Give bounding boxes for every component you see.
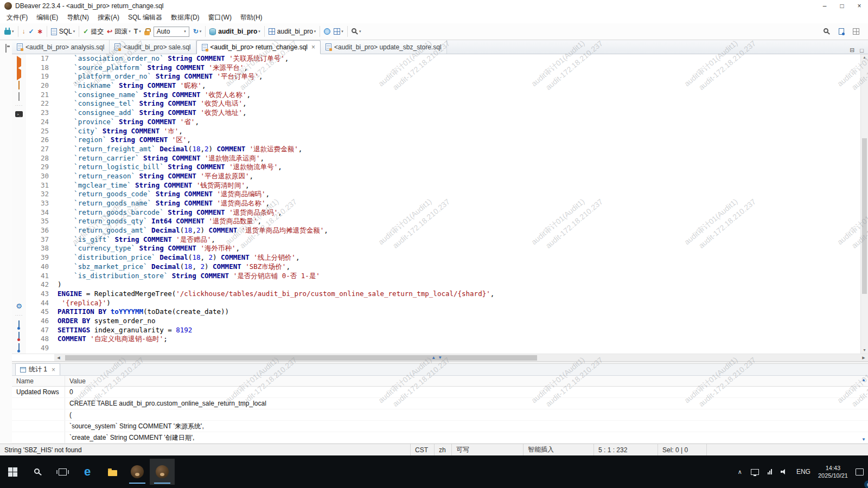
window-title: DBeaver 22.3.4 - <audit_bi_pro> return_c…	[15, 2, 164, 10]
scroll-up-icon[interactable]: ▲	[861, 54, 868, 61]
minimize-button[interactable]: –	[816, 0, 833, 12]
commit-mode-select[interactable]: Auto▾	[154, 27, 189, 37]
execute-script-icon	[17, 67, 21, 80]
history-button[interactable]: ↻▾	[192, 25, 203, 38]
output-button[interactable]	[18, 344, 20, 351]
table-row[interactable]: `create_date` String COMMENT '创建日期',	[12, 432, 868, 444]
editor-tab[interactable]: <audit_bi_pro> return_change.sql×	[196, 40, 321, 54]
menu-item[interactable]: 文件(F)	[2, 13, 32, 22]
language-indicator[interactable]: ENG	[792, 459, 815, 485]
error-log-button[interactable]	[18, 332, 20, 340]
network-tray-button[interactable]	[763, 459, 776, 485]
maximize-button[interactable]: □	[833, 0, 851, 12]
network-button[interactable]	[322, 25, 332, 38]
chevron-down-icon: ▾	[129, 29, 131, 34]
vscroll-thumb[interactable]	[862, 138, 867, 294]
commit-check-icon: ✓	[83, 28, 88, 35]
table-row[interactable]: Updated Rows0	[12, 387, 868, 398]
dbeaver-taskbar-button[interactable]	[125, 459, 150, 485]
search-button[interactable]: ▾	[350, 25, 363, 38]
fetch-button[interactable]: ↓	[21, 25, 27, 38]
hscroll-thumb[interactable]	[65, 355, 537, 361]
sql-editor-button[interactable]: SQL▾	[49, 25, 77, 38]
task-view-button[interactable]	[50, 459, 75, 485]
restore-view-icon	[5, 44, 7, 53]
mark-button[interactable]: ∗	[36, 25, 44, 38]
log-button[interactable]	[18, 321, 20, 329]
check-button[interactable]: ✓	[27, 25, 36, 38]
taskbar-search-button[interactable]	[25, 459, 50, 485]
commit-button[interactable]: ✓提交	[81, 25, 105, 38]
menu-item[interactable]: 搜索(A)	[93, 13, 124, 22]
taskbar-clock[interactable]: 14:432025/10/21	[815, 464, 851, 479]
execute-statement-button[interactable]	[17, 59, 21, 66]
grid-view-button[interactable]: ▾	[332, 25, 345, 38]
menu-item[interactable]: 窗口(W)	[204, 13, 236, 22]
stats-tab[interactable]: 统计 1 ×	[15, 363, 60, 375]
panel-scroll-down-icon[interactable]: ▼	[861, 437, 866, 442]
database-selector[interactable]: audit_bi_pro▾	[208, 25, 262, 38]
table-row[interactable]: CREATE TABLE audit_bi_pro.custom_online_…	[12, 398, 868, 409]
explain-plan-button[interactable]	[18, 93, 20, 100]
action-center-button[interactable]: 6	[851, 459, 868, 485]
line-number: 19	[26, 72, 49, 81]
sash-controls[interactable]: ▲▼	[431, 354, 442, 361]
transaction-mode-button[interactable]: T▾	[132, 25, 143, 38]
code-line: ORDER BY system_order_no	[58, 317, 860, 326]
menu-item[interactable]: 帮助(H)	[236, 13, 267, 22]
sash-up-icon[interactable]: ▲	[431, 354, 436, 361]
sash-down-icon[interactable]: ▼	[438, 354, 442, 361]
code-line: `is_gift` String COMMENT '是否赠品',	[58, 235, 860, 245]
perspective-button[interactable]	[851, 25, 861, 38]
sql-console-button[interactable]: >_	[15, 111, 23, 117]
lock-button[interactable]	[143, 25, 151, 38]
menu-item[interactable]: 编辑(E)	[32, 13, 62, 22]
editor-tab[interactable]: <audit_bi_pro> analysis.sql	[12, 40, 110, 54]
close-button[interactable]: ×	[851, 0, 868, 12]
minimize-editor-icon[interactable]: ⊟	[850, 47, 854, 54]
column-header-name[interactable]: Name	[12, 376, 65, 386]
scroll-right-icon[interactable]: ▶	[859, 356, 868, 360]
edge-button[interactable]: e	[75, 459, 100, 485]
display-tray-button[interactable]	[746, 459, 763, 485]
chevron-down-icon: ▾	[184, 29, 186, 34]
line-number: 29	[26, 163, 49, 172]
volume-tray-button[interactable]	[776, 459, 792, 485]
start-button[interactable]	[0, 459, 25, 485]
menu-item[interactable]: 数据库(D)	[167, 13, 204, 22]
open-editor-button[interactable]	[837, 25, 846, 38]
scroll-left-icon[interactable]: ◀	[54, 356, 63, 360]
menu-item[interactable]: 导航(N)	[62, 13, 93, 22]
execute-new-tab-button[interactable]	[18, 81, 20, 89]
scroll-down-icon[interactable]: ▼	[861, 347, 868, 354]
code-area[interactable]: `association_order_no` String COMMENT '关…	[54, 54, 860, 354]
dbeaver-taskbar-button-active[interactable]	[150, 459, 175, 485]
tray-expand-button[interactable]: ∧	[733, 459, 746, 485]
connection-button[interactable]: ▾	[3, 25, 16, 38]
editor-tab[interactable]: <audit_bi_pro> update_sbz_store.sql	[321, 40, 446, 54]
code-line: '{replica}')	[58, 299, 860, 308]
code-line: `return_logistic_bill` String COMMENT '退…	[58, 163, 860, 172]
maximize-editor-icon[interactable]: □	[860, 47, 864, 54]
editor-settings-button[interactable]: ⚙	[16, 303, 22, 310]
table-row[interactable]: (	[12, 409, 868, 421]
file-explorer-button[interactable]	[100, 459, 125, 485]
editor-tab[interactable]: <audit_bi_pro> sale.sql	[110, 40, 196, 54]
panel-scroll-up-icon[interactable]: ▲	[861, 377, 866, 382]
sql-doc-icon	[51, 28, 57, 35]
quick-search-button[interactable]	[822, 25, 832, 38]
toolbar-separator	[47, 26, 47, 37]
column-header-value[interactable]: Value	[65, 376, 868, 386]
tab-close-icon[interactable]: ×	[311, 43, 315, 51]
menu-item[interactable]: SQL 编辑器	[124, 13, 167, 22]
tab-close-icon[interactable]: ×	[52, 366, 55, 374]
editor-hscrollbar[interactable]: ◀ ▶ ▲▼	[12, 354, 868, 361]
table-row[interactable]: `source_system` String COMMENT '来源系统',	[12, 421, 868, 432]
editor-vscrollbar[interactable]: ▲ ▼	[860, 54, 868, 354]
rollback-button[interactable]: ↩回滚▾	[105, 25, 132, 38]
code-line: `province` String COMMENT '省',	[58, 118, 860, 127]
execute-script-button[interactable]	[17, 70, 21, 78]
restore-view-button[interactable]	[5, 44, 7, 52]
schema-selector[interactable]: audit_bi_pro▾	[267, 25, 318, 38]
gear-icon: ⚙	[16, 302, 22, 310]
